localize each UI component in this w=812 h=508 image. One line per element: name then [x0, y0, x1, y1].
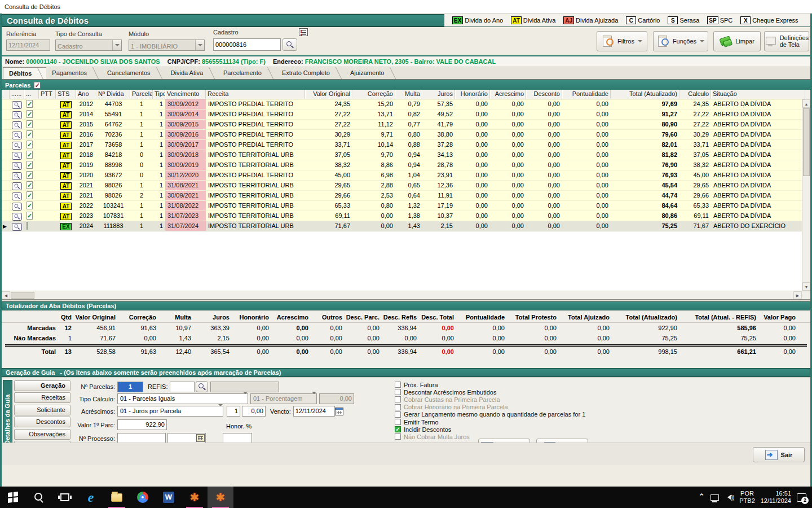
row-checkbox[interactable] [27, 222, 28, 230]
option-checkbox[interactable]: ✓ [395, 426, 401, 432]
scroll-left-icon[interactable]: ◀ [2, 291, 10, 299]
row-detail-button[interactable] [12, 203, 22, 211]
tab-parcelamento[interactable]: Parcelamento [218, 67, 276, 79]
grid-header-juros[interactable]: Juros [422, 90, 455, 99]
side-button-solicitante[interactable]: Solicitante [14, 405, 70, 415]
grid-header-tipo[interactable]: Tipo [153, 90, 165, 99]
row-checkbox[interactable]: ✓ [27, 212, 33, 220]
row-detail-button[interactable] [12, 101, 22, 109]
grid-header-receita[interactable]: Receita [206, 90, 305, 99]
app-orange-1-button[interactable]: ✱ [182, 487, 208, 508]
row-checkbox[interactable]: ✓ [27, 141, 33, 148]
option-checkbox[interactable] [395, 419, 401, 425]
acrescimos-n-input[interactable]: 1 [227, 406, 240, 417]
grid-header-parcela[interactable]: Parcela [130, 90, 153, 99]
grid-header-acrescimo[interactable]: Acrescimo [490, 90, 526, 99]
grid-header-venc[interactable]: Vencimento [165, 90, 206, 99]
list-icon[interactable] [299, 28, 308, 36]
grid-header-desconto[interactable]: Desconto [526, 90, 562, 99]
debt-row[interactable]: ✓AT2020936720130/12/2020IMPOSTO PREDIAL … [2, 170, 810, 181]
grid-header-divida[interactable]: Nº Divida [96, 90, 130, 99]
tab-pagamentos[interactable]: Pagamentos [46, 67, 102, 79]
tipo-calculo-select[interactable]: 01 - Parcelas Iguais [117, 393, 248, 404]
row-detail-button[interactable] [12, 111, 22, 119]
notification-icon[interactable]: 2 [797, 493, 806, 502]
internet-explorer-button[interactable]: e [78, 487, 104, 508]
row-detail-button[interactable] [12, 142, 22, 150]
row-detail-button[interactable] [12, 223, 22, 231]
debt-row[interactable]: ✓AT20231078311131/07/2023IMPOSTO TERRITO… [2, 211, 810, 221]
debt-row[interactable]: ✓AT2021980261131/08/2021IMPOSTO TERRITOR… [2, 181, 810, 191]
refis-search-button[interactable] [196, 381, 208, 392]
speaker-icon[interactable]: )) [725, 494, 734, 501]
debt-row[interactable]: ▶EX20241118831131/07/2024IMPOSTO TERRITO… [2, 221, 810, 231]
grid-header-lupa[interactable]: ...... [10, 90, 24, 99]
debt-row[interactable]: ✓AT20221032411131/08/2022IMPOSTO TERRITO… [2, 201, 810, 211]
scrollbar-thumb[interactable] [11, 292, 34, 299]
side-button-observa-es[interactable]: Observações [14, 429, 70, 440]
row-checkbox[interactable]: ✓ [27, 161, 33, 169]
acrescimos-select[interactable]: 01 - Juros por Parcela [117, 406, 223, 417]
grid-header-valor[interactable]: Valor Original [305, 90, 352, 99]
side-button-receitas[interactable]: Receitas [14, 392, 70, 403]
option-checkbox[interactable] [395, 411, 401, 418]
debt-row[interactable]: ✓AT2018842180130/09/2018IMPOSTO TERRITOR… [2, 150, 810, 160]
calendar-icon[interactable] [335, 408, 343, 415]
tipo-consulta-select[interactable]: Cadastro [55, 40, 122, 51]
horizontal-scrollbar[interactable]: ◀ ▶ [2, 291, 810, 299]
refis-input[interactable] [170, 382, 195, 392]
grid-header-ptt[interactable]: PTT [39, 90, 56, 99]
grid-header-multa[interactable]: Multa [395, 90, 422, 99]
acrescimos-valor-input[interactable]: 0,00 [242, 406, 266, 417]
row-checkbox[interactable]: ✓ [27, 202, 33, 209]
grid-header-situacao[interactable]: Situação [711, 90, 805, 99]
modulo-select[interactable]: 1 - IMOBILIÁRIO [129, 40, 205, 51]
taskbar-search-button[interactable] [26, 487, 52, 508]
debt-row[interactable]: ✓AT2015647621130/09/2015IMPOSTO PREDIAL … [2, 120, 810, 130]
grid-header-chk[interactable]: ... [24, 90, 39, 99]
row-checkbox[interactable]: ✓ [27, 181, 33, 189]
calculator-icon[interactable] [196, 434, 205, 442]
language-indicator[interactable]: PORPTB2 [739, 490, 755, 505]
debt-row[interactable]: ✓AT2019889980130/09/2019IMPOSTO TERRITOR… [2, 160, 810, 170]
tab-cancelamentos[interactable]: Cancelamentos [102, 67, 165, 79]
chrome-button[interactable] [130, 487, 156, 508]
word-button[interactable]: W [156, 487, 182, 508]
grid-header-total[interactable]: Total (Atualizado) [611, 90, 679, 99]
grid-header-honorario[interactable]: Honorário [455, 90, 490, 99]
tab-ajuizamento[interactable]: Ajuizamento [345, 67, 399, 79]
row-checkbox[interactable]: ✓ [27, 120, 33, 128]
row-checkbox[interactable]: ✓ [27, 110, 33, 118]
parcelas-checkbox[interactable]: ✓ [34, 82, 41, 89]
row-detail-button[interactable] [12, 192, 22, 200]
limpar-button[interactable]: Limpar [713, 31, 761, 51]
definicoes-tela-button[interactable]: Definições de Tela [764, 31, 809, 51]
side-button-descontos[interactable]: Descontos [14, 417, 70, 427]
row-checkbox[interactable]: ✓ [27, 130, 33, 138]
vencto-input[interactable]: 12/11/2024 [293, 406, 335, 417]
scroll-down-icon[interactable]: ▼ [802, 282, 810, 291]
scrollbar-thumb[interactable] [803, 108, 810, 176]
row-detail-button[interactable] [12, 213, 22, 221]
row-detail-button[interactable] [12, 132, 22, 139]
option-checkbox[interactable] [395, 389, 401, 395]
tab-divida-ativa[interactable]: Divida Ativa [165, 67, 218, 79]
row-checkbox[interactable]: ✓ [27, 151, 33, 159]
funcoes-button[interactable]: Funções [653, 31, 708, 51]
valor-parc-input[interactable]: 922,90 [117, 419, 167, 430]
cadastro-input[interactable]: 000000816 [213, 38, 281, 51]
row-checkbox[interactable]: ✓ [27, 100, 33, 108]
row-detail-button[interactable] [12, 121, 22, 129]
cadastro-search-button[interactable] [283, 38, 297, 51]
scroll-right-icon[interactable]: ▶ [793, 291, 802, 299]
file-explorer-button[interactable] [104, 487, 130, 508]
row-checkbox[interactable]: ✓ [27, 171, 33, 179]
n-parcelas-input[interactable]: 1 [117, 382, 143, 392]
grid-header-correcao[interactable]: Correção [352, 90, 395, 99]
tray-expand-icon[interactable]: ⌃ [699, 492, 705, 503]
row-detail-button[interactable] [12, 172, 22, 180]
row-detail-button[interactable] [12, 162, 22, 170]
grid-header-ano[interactable]: Ano [76, 90, 96, 99]
debt-row[interactable]: ✓AT2014554911130/09/2014IMPOSTO PREDIAL … [2, 110, 810, 120]
option-checkbox[interactable] [395, 382, 401, 388]
